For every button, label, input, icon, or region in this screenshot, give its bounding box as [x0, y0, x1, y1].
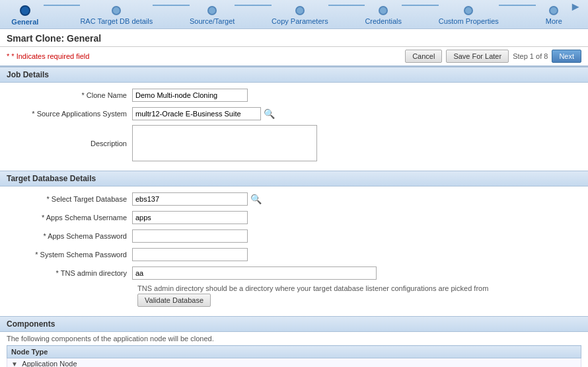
- step-line-6: [499, 5, 536, 6]
- tns-admin-row: * TNS admin directory: [13, 266, 575, 280]
- step-info-top: Step 1 of 8: [513, 52, 548, 60]
- step-dot-rac: [112, 6, 121, 15]
- select-target-label: * Select Target Database: [13, 195, 132, 203]
- step-line-2: [153, 5, 190, 6]
- job-details-section-header: Job Details: [0, 67, 588, 83]
- step-dot-source: [207, 6, 217, 15]
- step-label-more: More: [546, 17, 562, 25]
- step-label-custom: Custom Properties: [439, 17, 499, 25]
- apps-schema-username-label: * Apps Schema Username: [13, 214, 132, 222]
- apps-schema-password-row: * Apps Schema Password: [13, 229, 575, 243]
- step-dot-custom: [464, 6, 473, 15]
- required-note-text: * Indicates required field: [11, 52, 89, 60]
- step-line-1: [44, 5, 81, 6]
- step-line-3: [235, 5, 272, 6]
- source-apps-label: * Source Applications System: [13, 110, 132, 118]
- step-label-copy: Copy Parameters: [272, 17, 328, 25]
- step-label-credentials: Credentials: [365, 17, 402, 25]
- tns-hint: TNS admin directory should be a director…: [137, 284, 575, 292]
- apps-schema-username-row: * Apps Schema Username: [13, 210, 575, 225]
- clone-name-label: * Clone Name: [13, 91, 132, 99]
- target-db-section-content: * Select Target Database 🔍 * Apps Schema…: [0, 186, 588, 316]
- tns-admin-input[interactable]: [132, 266, 377, 280]
- system-schema-password-row: * System Schema Password: [13, 247, 575, 262]
- clone-name-row: * Clone Name: [13, 88, 575, 102]
- step-label-rac: RAC Target DB details: [80, 17, 153, 25]
- save-for-later-button-top[interactable]: Save For Later: [446, 50, 509, 63]
- page-title-bar: Smart Clone: General: [0, 29, 588, 47]
- validate-db-row: Validate Database: [137, 294, 575, 307]
- apps-schema-password-label: * Apps Schema Password: [13, 232, 132, 240]
- apps-schema-password-input[interactable]: [132, 229, 248, 243]
- step-dot-copy: [295, 6, 305, 15]
- apps-schema-username-input[interactable]: [132, 211, 248, 224]
- main-content: Job Details * Clone Name * Source Applic…: [0, 67, 588, 367]
- cancel-button-top[interactable]: Cancel: [405, 50, 442, 63]
- expand-icon-application-node[interactable]: ▼: [11, 360, 18, 367]
- components-table-header: Node Type: [7, 346, 581, 358]
- select-target-row: * Select Target Database 🔍: [13, 192, 575, 206]
- validate-database-button[interactable]: Validate Database: [137, 294, 211, 307]
- step-label-general: General: [11, 18, 38, 26]
- job-details-section-content: * Clone Name * Source Applications Syste…: [0, 83, 588, 171]
- wizard-step-source[interactable]: Source/Target: [190, 6, 235, 25]
- select-target-input[interactable]: [132, 192, 248, 206]
- wizard-step-more[interactable]: More: [536, 6, 573, 25]
- step-dot-credentials: [379, 6, 388, 15]
- tns-admin-label: * TNS admin directory: [13, 269, 132, 277]
- step-line-4: [328, 5, 365, 6]
- select-target-search-button[interactable]: 🔍: [250, 194, 262, 204]
- step-label-source: Source/Target: [190, 17, 235, 25]
- application-node-cell: ▼ Application Node: [7, 358, 581, 368]
- application-node-label: Application Node: [22, 360, 77, 367]
- step-line-5: [402, 5, 439, 6]
- required-asterisk: *: [7, 52, 9, 60]
- next-button-top[interactable]: Next: [552, 50, 581, 63]
- components-table: Node Type ▼ Application Node Technology …: [7, 345, 581, 367]
- system-schema-password-input[interactable]: [132, 248, 248, 261]
- target-db-section-header: Target Database Details: [0, 171, 588, 186]
- step-dot-general: [20, 5, 30, 16]
- source-apps-input[interactable]: [132, 107, 261, 120]
- components-section-header: Components: [0, 316, 588, 332]
- wizard-step-copy[interactable]: Copy Parameters: [272, 6, 328, 25]
- components-description: The following components of the applicat…: [0, 332, 588, 345]
- wizard-step-rac[interactable]: RAC Target DB details: [80, 6, 153, 25]
- action-bar-top: * * Indicates required field Cancel Save…: [0, 47, 588, 67]
- source-apps-search-button[interactable]: 🔍: [264, 108, 275, 119]
- wizard-step-credentials[interactable]: Credentials: [365, 6, 402, 25]
- description-input[interactable]: [132, 125, 317, 161]
- description-label: Description: [13, 140, 132, 147]
- source-apps-row: * Source Applications System 🔍: [13, 106, 575, 121]
- page-title: Smart Clone: General: [7, 33, 581, 44]
- wizard-steps: General RAC Target DB details Source/Tar…: [0, 0, 588, 29]
- wizard-step-custom[interactable]: Custom Properties: [439, 6, 499, 25]
- required-note: * * Indicates required field: [7, 52, 401, 60]
- step-dot-more: [549, 6, 558, 15]
- system-schema-password-label: * System Schema Password: [13, 251, 132, 259]
- table-row-application-node: ▼ Application Node: [7, 358, 581, 368]
- clone-name-input[interactable]: [132, 89, 248, 102]
- wizard-step-general[interactable]: General: [7, 5, 44, 26]
- description-row: Description: [13, 125, 575, 161]
